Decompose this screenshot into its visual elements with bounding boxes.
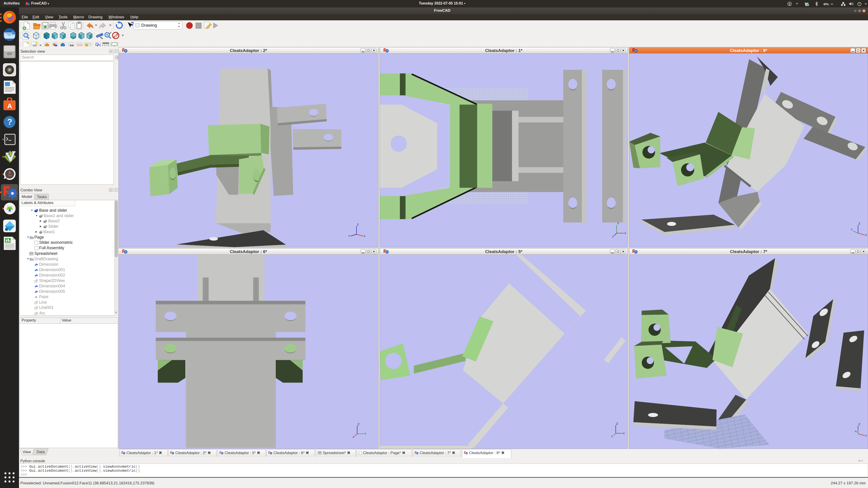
svg-text:X: X — [623, 432, 625, 435]
svg-text:Z: Z — [612, 235, 614, 238]
svg-text:X: X — [364, 235, 366, 237]
svg-text:X: X — [624, 232, 626, 234]
svg-text:View: View — [23, 450, 31, 454]
svg-text:en: en — [824, 2, 828, 6]
svg-text:1: 1 — [828, 3, 829, 6]
svg-text:Y: Y — [851, 228, 852, 231]
svg-text:Y: Y — [617, 222, 619, 225]
svg-text:Z: Z — [859, 422, 860, 426]
svg-text:Z: Z — [358, 422, 360, 426]
svg-text:Y: Y — [855, 430, 857, 433]
svg-text:Data: Data — [37, 450, 45, 454]
svg-text:X: X — [352, 435, 354, 438]
svg-text:Y: Y — [611, 435, 613, 438]
svg-text:Z: Z — [859, 222, 860, 225]
svg-text:Y: Y — [348, 235, 350, 237]
svg-text:X: X — [865, 234, 867, 236]
svg-text:Z: Z — [616, 422, 618, 425]
svg-text:?: ? — [7, 117, 12, 127]
svg-text:Y: Y — [364, 432, 366, 435]
svg-text:X: X — [865, 434, 867, 437]
svg-text:A: A — [7, 102, 12, 109]
svg-text:Z: Z — [357, 223, 359, 226]
